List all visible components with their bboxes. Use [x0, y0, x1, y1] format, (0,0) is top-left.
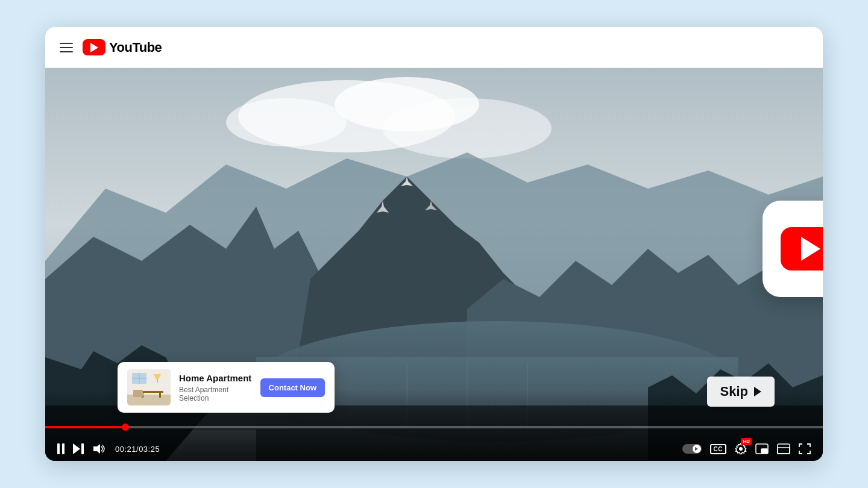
browser-window: YouTube — [45, 27, 823, 461]
ad-info: Home Apartment Best Apartment Selection — [179, 373, 252, 402]
svg-rect-35 — [159, 393, 161, 398]
video-player[interactable]: 00:21/03:25 CC HD — [45, 68, 823, 461]
video-controls: 00:21/03:25 CC HD — [45, 443, 823, 455]
svg-rect-21 — [81, 443, 84, 454]
skip-button[interactable]: Skip — [707, 377, 775, 407]
hamburger-menu[interactable] — [60, 43, 73, 52]
youtube-logo-text: YouTube — [109, 40, 162, 55]
svg-rect-36 — [133, 390, 143, 397]
youtube-logo[interactable]: YouTube — [83, 39, 162, 55]
next-button[interactable] — [73, 443, 85, 454]
volume-button[interactable] — [93, 443, 107, 454]
svg-rect-26 — [778, 448, 790, 454]
settings-button[interactable]: HD — [735, 443, 747, 455]
cc-button[interactable]: CC — [710, 444, 726, 454]
miniplayer-button[interactable] — [755, 443, 769, 454]
ad-cta-button[interactable]: Contact Now — [260, 378, 325, 397]
svg-point-3 — [226, 98, 347, 146]
time-display: 00:21/03:25 — [115, 445, 160, 454]
youtube-floating-icon — [763, 201, 823, 297]
progress-bar[interactable] — [45, 426, 823, 428]
svg-point-4 — [383, 98, 552, 158]
youtube-header: YouTube — [45, 27, 823, 68]
ad-card[interactable]: Home Apartment Best Apartment Selection … — [118, 362, 335, 413]
ad-title: Home Apartment — [179, 373, 252, 383]
svg-rect-24 — [761, 449, 767, 453]
svg-rect-25 — [778, 444, 790, 454]
skip-arrow-icon — [754, 387, 761, 396]
hd-badge: HD — [741, 438, 752, 445]
progress-fill — [45, 426, 125, 428]
progress-dot — [122, 424, 129, 431]
fullscreen-button[interactable] — [799, 443, 811, 454]
svg-marker-20 — [73, 443, 80, 454]
youtube-logo-icon — [83, 39, 105, 55]
skip-label: Skip — [720, 384, 748, 399]
svg-marker-22 — [93, 444, 100, 454]
autoplay-toggle[interactable] — [682, 444, 702, 454]
ad-subtitle: Best Apartment Selection — [179, 386, 252, 402]
pause-button[interactable] — [57, 443, 64, 454]
theater-button[interactable] — [777, 443, 790, 454]
youtube-play-icon — [781, 227, 823, 271]
ad-thumbnail — [127, 369, 171, 405]
